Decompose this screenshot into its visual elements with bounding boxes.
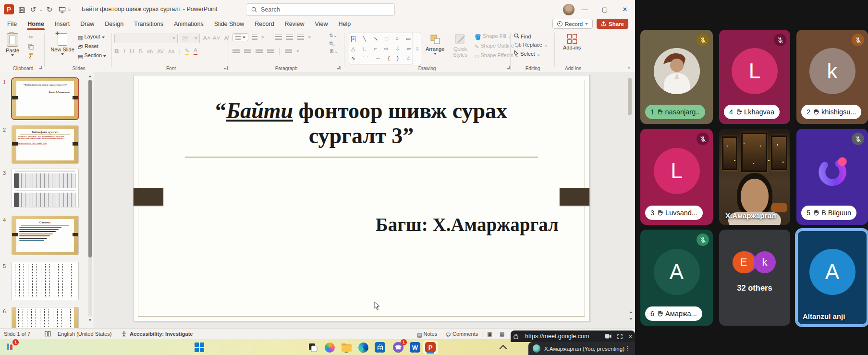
shape-gallery[interactable]: A╲↘□○▭ △∟⌐⇨⇩▱ ∿⌒～{}☆ [349,33,413,64]
align-left-icon[interactable] [232,49,240,54]
accessibility-status[interactable]: Accessibility: Investigate [130,331,193,337]
font-size-combo[interactable]: 22 [180,34,200,43]
format-painter-icon[interactable] [27,52,35,59]
comments-button[interactable]: 🗩 Comments [446,331,478,338]
justify-icon[interactable] [267,49,274,54]
strikethrough-icon[interactable]: S [138,48,143,55]
shape-gallery-more-icon[interactable]: ⍗ [414,33,421,65]
slide-canvas[interactable]: “Байти фонтоор шивж сурах сургалт 3” Баг… [133,75,590,321]
tab-view[interactable]: View [310,19,333,30]
task-view-icon[interactable] [306,341,319,354]
highlight-color-icon[interactable]: ✎ [185,48,189,55]
minimize-button[interactable]: — [575,0,595,18]
record-button[interactable]: Record [552,19,593,29]
grow-font-icon[interactable]: A˄ [203,35,211,42]
shrink-font-icon[interactable]: A˅ [212,35,220,42]
slide-thumbnail-1[interactable]: “Байти фонтоор шивж сурах сургалт 3”Багш… [12,78,78,119]
slide-scrollbar[interactable] [627,74,632,326]
font-color-icon[interactable]: A [194,47,197,55]
ribbon-search-box[interactable]: Search [246,3,395,16]
undo-dropdown-icon[interactable]: ⌄ [38,4,43,15]
italic-icon[interactable]: I [123,48,125,55]
expand-icon[interactable] [617,334,623,339]
copilot-icon[interactable] [323,341,336,354]
meet-presenting-bar[interactable]: Х.Амаржаргал (You, presenting) ⋮ [528,342,635,355]
tab-slide-show[interactable]: Slide Show [209,19,250,30]
increase-indent-icon[interactable] [286,35,293,40]
replace-button[interactable]: ⮌b Replace ⌄ [514,42,548,48]
participant-tile[interactable]: k E k 32 others [719,230,790,326]
powerpoint-taskbar-icon[interactable]: P [423,341,438,354]
meet-pip-url-bar[interactable]: https://meet.google.com × [511,331,635,342]
select-button[interactable]: Select ⌄ [514,50,548,57]
more-options-icon[interactable]: ⋮ [624,345,631,352]
line-spacing-icon[interactable] [297,35,304,40]
thumbnail-scrollbar[interactable]: ▲ ▼ [87,73,93,327]
word-icon[interactable]: W [409,341,421,354]
slide-thumbnail-4[interactable]: Санамж: [12,216,78,255]
spellcheck-icon[interactable] [45,331,51,338]
redo-icon[interactable]: ↻ [44,4,55,15]
viber-icon[interactable]: ☎ 1 [392,341,404,354]
bold-icon[interactable]: B [114,48,119,55]
participant-tile[interactable]: AAltanzul anji [796,230,868,326]
tab-insert[interactable]: Insert [49,19,75,30]
participant-tile[interactable]: 5 B Bilguun [796,129,868,225]
layout-button[interactable]: ▥ Layout [78,34,106,41]
tab-help[interactable]: Help [333,19,356,30]
addins-button[interactable]: Add-ins [563,34,581,50]
slide-thumbnail-3[interactable] [12,169,78,208]
paragraph-dialog-launcher-icon[interactable] [337,66,341,70]
participant-tile[interactable]: L 3 Luvsand... [640,129,713,225]
previous-slide-icon[interactable]: ⏶ [629,310,633,315]
arrange-button[interactable]: Arrange [426,34,444,55]
weather-widget-icon[interactable]: 1 [4,341,16,354]
notes-button[interactable]: ▤ Notes [417,331,437,338]
share-button[interactable]: Share [597,19,628,29]
tab-transitions[interactable]: Transitions [129,19,169,30]
tab-file[interactable]: File [2,19,22,30]
decrease-indent-icon[interactable] [275,35,282,40]
columns-icon[interactable] [285,49,292,54]
font-name-combo[interactable] [114,34,178,43]
paste-button[interactable]: Paste [6,33,19,56]
new-slide-button[interactable]: New Slide [50,33,75,55]
participant-tile[interactable]: A 6 Амаржа... [640,230,713,326]
camera-icon[interactable] [605,334,611,339]
participant-tile[interactable]: k 2 khishigsu... [796,30,868,124]
tab-review[interactable]: Review [280,19,310,30]
file-explorer-icon[interactable] [340,341,353,354]
tab-draw[interactable]: Draw [75,19,99,30]
language-status[interactable]: English (United States) [58,331,112,337]
slide-thumbnail-2[interactable]: Байти фонт суулгах: SEARCH- LANGUAGE -AD… [12,126,78,163]
clipboard-dialog-launcher-icon[interactable] [39,66,43,70]
tab-animations[interactable]: Animations [169,19,209,30]
participant-tile[interactable]: L 4 Lkhagvaa [719,30,790,124]
quick-access-more-icon[interactable]: ⍗ [67,4,72,15]
close-button[interactable]: ✕ [615,0,635,18]
character-spacing-icon[interactable]: A︎V [157,49,164,54]
participant-tile[interactable]: Х.Амаржаргал [719,129,790,225]
start-button[interactable] [193,341,206,354]
slide-title[interactable]: “Байти фонтоор шивж сурах сургалт 3” [182,98,541,148]
copy-icon[interactable] [27,43,35,50]
reset-button[interactable]: 🗗 Reset [78,43,106,50]
text-shadow-icon[interactable]: ab [147,49,153,54]
numbering-icon[interactable] [252,35,257,40]
convert-smartart-icon[interactable]: 🖹⌄ [330,49,338,54]
tab-design[interactable]: Design [99,19,129,30]
microsoft-store-icon[interactable] [374,341,386,354]
slide-thumbnail-5[interactable] [12,262,78,300]
find-button[interactable]: Find [514,33,548,39]
align-text-icon[interactable]: ⧉⌄ [330,40,338,46]
close-icon[interactable]: × [628,333,632,340]
underline-icon[interactable]: U [130,48,134,55]
maximize-button[interactable]: ▢ [595,0,615,18]
cut-icon[interactable]: ✂ [27,34,35,41]
tab-home[interactable]: Home [22,19,49,30]
change-case-icon[interactable]: Aa [168,49,174,54]
taskbar-overflow-chevron-icon[interactable] [498,341,510,354]
slide-subtitle[interactable]: Багш: Х.Амаржаргал [376,214,559,235]
next-slide-icon[interactable]: ⏷ [629,317,633,321]
slide-thumbnail-6[interactable] [12,307,78,328]
